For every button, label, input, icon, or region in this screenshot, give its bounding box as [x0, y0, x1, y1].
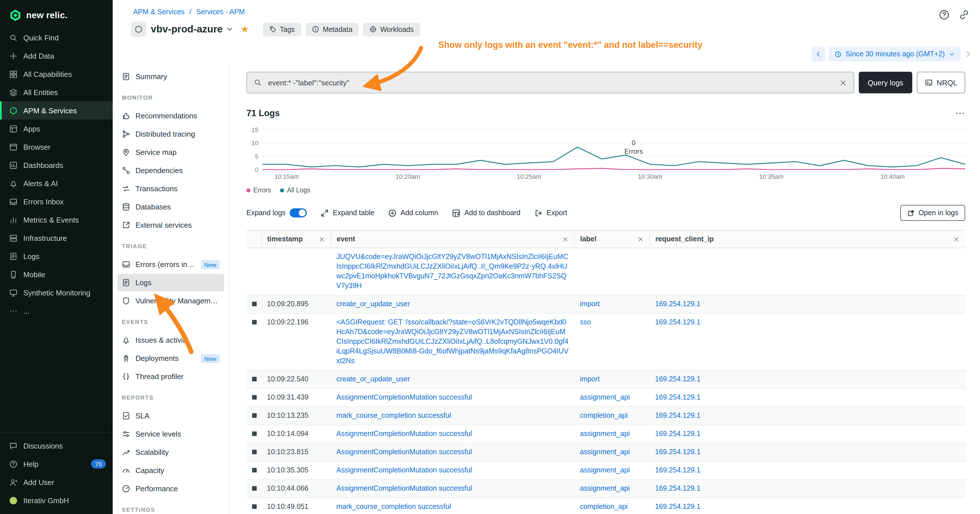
event-link[interactable]: AssignmentCompletionMutation successful	[336, 448, 472, 456]
favorite-star-icon[interactable]: ★	[240, 24, 249, 34]
new-relic-brand[interactable]: new relic.	[0, 0, 113, 29]
sub-item-issues-activity[interactable]: Issues & activity	[117, 331, 224, 349]
more-options-icon[interactable]	[955, 108, 965, 118]
nav-item-alerts-ai[interactable]: Alerts & AI	[0, 174, 113, 193]
log-row[interactable]: 10:10:13.235mark_course_completion succe…	[247, 407, 965, 425]
event-link[interactable]: AssignmentCompletionMutation successful	[336, 484, 472, 492]
sub-item-vulnerability-management[interactable]: Vulnerability Management	[117, 292, 224, 310]
col-label[interactable]: label	[574, 230, 649, 248]
nav-item-iterativ-gmbh[interactable]: Iterativ GmbH	[0, 491, 113, 509]
sub-item-scalability[interactable]: Scalability	[117, 443, 224, 461]
nav-item-help[interactable]: Help70	[0, 455, 113, 473]
ip-link[interactable]: 169.254.129.1	[655, 430, 700, 438]
time-forward-icon[interactable]	[964, 50, 972, 58]
nav-item-item[interactable]: ...	[0, 302, 113, 320]
log-row[interactable]: JUQVU&code=eyJraWQiOiJjcGltY29yZV8wOTl1M…	[247, 248, 965, 295]
nav-item-logs[interactable]: Logs	[0, 247, 113, 265]
sub-item-capacity[interactable]: Capacity	[117, 461, 224, 479]
legend-item-all-logs[interactable]: All Logs	[280, 187, 310, 194]
ip-link[interactable]: 169.254.129.1	[655, 393, 700, 401]
metadata-button[interactable]: Metadata	[305, 22, 358, 36]
ip-link[interactable]: 169.254.129.1	[655, 503, 700, 511]
sub-item-service-map[interactable]: Service map	[117, 143, 224, 161]
nav-item-mobile[interactable]: Mobile	[0, 265, 113, 283]
permalink-icon[interactable]	[958, 9, 970, 21]
expand-logs-control[interactable]: Expand logs	[247, 208, 307, 218]
log-row[interactable]: 10:09:22.196<ASGIRequest: GET '/sso/call…	[247, 313, 965, 370]
nav-item-all-capabilities[interactable]: All Capabilities	[0, 65, 113, 83]
sub-item-databases[interactable]: Databases	[117, 198, 224, 216]
label-link[interactable]: import	[580, 300, 600, 308]
ip-link[interactable]: 169.254.129.1	[655, 484, 700, 492]
sub-item-deployments[interactable]: DeploymentsNew	[117, 350, 224, 367]
nav-item-all-entities[interactable]: All Entities	[0, 83, 113, 101]
log-row[interactable]: 10:10:23.815AssignmentCompletionMutation…	[247, 443, 965, 461]
log-row[interactable]: 10:10:44.066AssignmentCompletionMutation…	[247, 479, 965, 498]
ip-link[interactable]: 169.254.129.1	[655, 318, 700, 326]
log-row[interactable]: 10:09:22.540create_or_update_userimport1…	[247, 370, 965, 388]
open-in-logs-button[interactable]: Open in logs	[900, 205, 965, 221]
event-link[interactable]: create_or_update_user	[336, 375, 410, 383]
remove-column-icon[interactable]	[953, 236, 959, 242]
ip-link[interactable]: 169.254.129.1	[655, 375, 700, 383]
event-link[interactable]: AssignmentCompletionMutation successful	[336, 430, 472, 438]
label-link[interactable]: assignment_api	[580, 484, 630, 492]
event-link[interactable]: mark_course_completion successful	[336, 503, 451, 511]
label-link[interactable]: sso	[580, 318, 591, 326]
sub-item-transactions[interactable]: Transactions	[117, 180, 224, 197]
ip-link[interactable]: 169.254.129.1	[655, 300, 700, 308]
sub-item-summary[interactable]: Summary	[117, 68, 224, 85]
add-column-button[interactable]: Add column	[388, 208, 438, 217]
event-link[interactable]: AssignmentCompletionMutation successful	[336, 466, 472, 474]
sub-item-performance[interactable]: Performance	[117, 480, 224, 498]
tags-button[interactable]: Tags	[262, 22, 301, 36]
sub-item-service-levels[interactable]: Service levels	[117, 425, 224, 443]
export-button[interactable]: Export	[534, 208, 567, 217]
event-link[interactable]: AssignmentCompletionMutation successful	[336, 393, 472, 401]
sub-item-external-services[interactable]: External services	[117, 216, 224, 234]
breadcrumb-link-services-apm[interactable]: Services - APM	[196, 8, 245, 16]
nrql-button[interactable]: NRQL	[917, 72, 965, 93]
sub-item-errors-errors-inb[interactable]: Errors (errors inb...New	[117, 256, 224, 273]
nav-item-browser[interactable]: Browser	[0, 138, 113, 156]
time-range-button[interactable]: Since 30 minutes ago (GMT+2)	[829, 47, 961, 62]
label-link[interactable]: completion_api	[580, 503, 628, 511]
sub-item-sla[interactable]: SLA	[117, 407, 224, 425]
log-row[interactable]: 10:09:20.895create_or_update_userimport1…	[247, 295, 965, 313]
log-row[interactable]: 10:10:14.094AssignmentCompletionMutation…	[247, 425, 965, 443]
label-link[interactable]: assignment_api	[580, 430, 630, 438]
sub-item-recommendations[interactable]: Recommendations	[117, 107, 224, 125]
sub-item-thread-profiler[interactable]: Thread profiler	[117, 368, 224, 385]
nav-item-errors-inbox[interactable]: Errors Inbox	[0, 193, 113, 211]
sub-item-logs[interactable]: Logs	[117, 274, 224, 291]
event-link[interactable]: JUQVU&code=eyJraWQiOiJjcGltY29yZV8wOTl1M…	[336, 253, 568, 290]
ip-link[interactable]: 169.254.129.1	[655, 412, 700, 420]
nav-item-apps[interactable]: Apps	[0, 119, 113, 138]
nav-item-discussions[interactable]: Discussions	[0, 437, 113, 455]
entity-switcher-chevron-icon[interactable]	[226, 25, 234, 33]
nav-item-add-data[interactable]: Add Data	[0, 47, 113, 65]
expand-table-button[interactable]: Expand table	[320, 208, 374, 217]
query-logs-button[interactable]: Query logs	[859, 72, 912, 93]
remove-column-icon[interactable]	[637, 236, 643, 242]
col-request-client-ip[interactable]: request_client_ip	[649, 230, 965, 248]
label-link[interactable]: completion_api	[580, 412, 628, 420]
nav-item-infrastructure[interactable]: Infrastructure	[0, 229, 113, 247]
event-link[interactable]: <ASGIRequest: GET '/sso/callback/?state=…	[336, 318, 568, 365]
workloads-button[interactable]: Workloads	[363, 22, 420, 36]
label-link[interactable]: assignment_api	[580, 393, 630, 401]
sub-item-distributed-tracing[interactable]: Distributed tracing	[117, 125, 224, 143]
add-to-dashboard-button[interactable]: Add to dashboard	[452, 208, 520, 217]
legend-item-errors[interactable]: Errors	[247, 187, 271, 194]
log-row[interactable]: 10:10:49.051mark_course_completion succe…	[247, 498, 965, 514]
nav-item-apm-services[interactable]: APM & Services	[0, 101, 113, 119]
label-link[interactable]: assignment_api	[580, 448, 630, 456]
nav-item-quick-find[interactable]: Quick Find	[0, 29, 113, 47]
log-row[interactable]: 10:10:35.305AssignmentCompletionMutation…	[247, 461, 965, 479]
label-link[interactable]: assignment_api	[580, 466, 630, 474]
sub-item-dependencies[interactable]: Dependencies	[117, 162, 224, 179]
clear-query-icon[interactable]	[840, 79, 847, 86]
col-timestamp[interactable]: timestamp	[261, 230, 331, 248]
ip-link[interactable]: 169.254.129.1	[655, 466, 700, 474]
nav-item-metrics-events[interactable]: Metrics & Events	[0, 211, 113, 229]
